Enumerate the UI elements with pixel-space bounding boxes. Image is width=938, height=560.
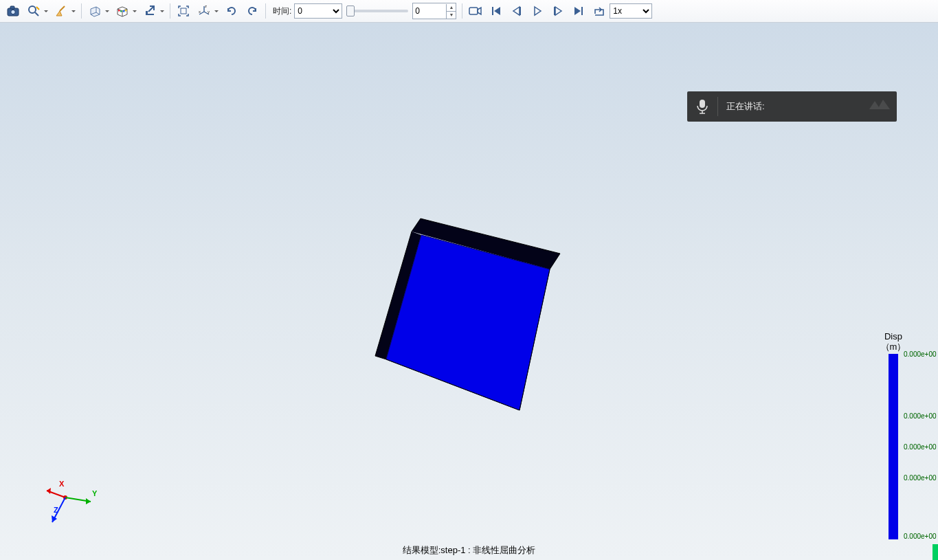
- svg-rect-1: [10, 6, 14, 9]
- axis-gizmo: X Y Z: [41, 474, 103, 536]
- slider-thumb[interactable]: [346, 5, 355, 16]
- play-button[interactable]: [528, 1, 547, 21]
- svg-line-5: [36, 7, 39, 10]
- video-camera-icon: [469, 5, 482, 16]
- loop-export-icon: [593, 5, 605, 17]
- time-label: 时间:: [273, 5, 291, 17]
- overlay-logo-icon: [862, 96, 893, 116]
- time-slider[interactable]: [346, 10, 408, 12]
- color-legend: Disp（m） 0.000e+00 0.000e+00 0.000e+00 0.…: [862, 331, 924, 539]
- frame-input[interactable]: [413, 5, 446, 17]
- svg-rect-8: [120, 10, 122, 12]
- export-arrow-icon: [144, 5, 156, 17]
- toolbar-separator: [81, 3, 82, 19]
- svg-rect-35: [700, 100, 705, 108]
- axis-z-y-x-icon: zyx: [198, 5, 210, 17]
- step-back-icon: [511, 5, 522, 16]
- svg-rect-7: [118, 10, 120, 12]
- svg-rect-15: [469, 8, 478, 14]
- svg-rect-9: [123, 10, 125, 12]
- color-mode-button[interactable]: [113, 1, 139, 21]
- rotate-ccw-icon: [246, 5, 258, 17]
- svg-text:Z: Z: [54, 506, 58, 514]
- speed-select[interactable]: 1x: [610, 3, 652, 19]
- skip-last-icon: [573, 5, 584, 16]
- svg-marker-26: [47, 488, 51, 494]
- legend-tick: 0.000e+00: [904, 443, 937, 451]
- play-icon: [532, 5, 543, 16]
- svg-line-4: [35, 12, 38, 16]
- next-frame-button[interactable]: [548, 1, 568, 21]
- svg-line-6: [60, 6, 65, 11]
- magnifier-wand-icon: [27, 5, 40, 17]
- svg-rect-11: [181, 8, 186, 14]
- legend-tick: 0.000e+00: [904, 412, 937, 420]
- step-forward-icon: [552, 5, 563, 16]
- svg-marker-37: [878, 100, 890, 109]
- voice-label: 正在讲话:: [726, 101, 765, 111]
- loop-button[interactable]: [590, 1, 609, 21]
- toolbar-separator: [170, 3, 170, 19]
- rotate-cw-button[interactable]: [222, 1, 241, 21]
- legend-title: Disp（m）: [862, 331, 924, 352]
- legend-tick: 0.000e+00: [904, 533, 937, 540]
- toolbar-separator: [265, 3, 266, 19]
- skip-first-icon: [491, 5, 502, 16]
- svg-text:y: y: [208, 10, 210, 14]
- svg-rect-19: [581, 7, 583, 15]
- clear-button[interactable]: [52, 1, 78, 21]
- viewport-3d[interactable]: X Y Z Disp（m） 0.000e+00 0.000e+00 0.000e…: [0, 23, 938, 560]
- last-frame-button[interactable]: [569, 1, 588, 21]
- broom-icon: [55, 5, 67, 17]
- svg-text:z: z: [205, 5, 207, 8]
- result-caption: 结果模型:step-1 : 非线性屈曲分析: [403, 544, 536, 557]
- fit-icon: [177, 5, 190, 17]
- voice-overlay: 正在讲话:: [687, 91, 897, 122]
- svg-marker-30: [86, 498, 91, 504]
- time-select[interactable]: 0: [294, 3, 342, 19]
- camera-icon: [6, 5, 20, 17]
- rotate-ccw-button[interactable]: [243, 1, 262, 21]
- toolbar: zyx 时间: 0 ▲▼ 1x: [0, 0, 938, 23]
- legend-tick: 0.000e+00: [904, 474, 937, 482]
- prev-frame-button[interactable]: [507, 1, 526, 21]
- fit-view-button[interactable]: [174, 1, 193, 21]
- rotate-cw-icon: [225, 5, 238, 17]
- svg-point-3: [29, 6, 36, 13]
- svg-text:X: X: [59, 480, 65, 488]
- svg-text:x: x: [199, 10, 201, 14]
- spin-up-icon[interactable]: ▲: [446, 4, 456, 12]
- screenshot-button[interactable]: [3, 1, 23, 21]
- first-frame-button[interactable]: [487, 1, 506, 21]
- svg-rect-10: [125, 10, 127, 12]
- svg-rect-17: [520, 7, 521, 15]
- progress-indicator: [933, 544, 938, 560]
- export-button[interactable]: [140, 1, 166, 21]
- wire-cube-icon: [88, 5, 102, 17]
- view-mode-button[interactable]: [85, 1, 111, 21]
- spin-down-icon[interactable]: ▼: [446, 12, 456, 19]
- frame-spinner[interactable]: ▲▼: [412, 3, 456, 19]
- legend-colorbar: [889, 354, 898, 539]
- svg-rect-16: [492, 7, 493, 15]
- zoom-button[interactable]: [24, 1, 50, 21]
- toolbar-separator: [462, 3, 462, 19]
- svg-marker-33: [52, 515, 57, 522]
- axis-orient-button[interactable]: zyx: [194, 1, 221, 21]
- result-mesh-cube: [371, 215, 570, 414]
- legend-tick: 0.000e+00: [904, 350, 937, 358]
- mic-icon[interactable]: [687, 99, 717, 114]
- rubik-cube-icon: [115, 5, 129, 17]
- record-button[interactable]: [466, 1, 485, 21]
- svg-point-2: [11, 10, 15, 14]
- svg-text:Y: Y: [92, 489, 98, 497]
